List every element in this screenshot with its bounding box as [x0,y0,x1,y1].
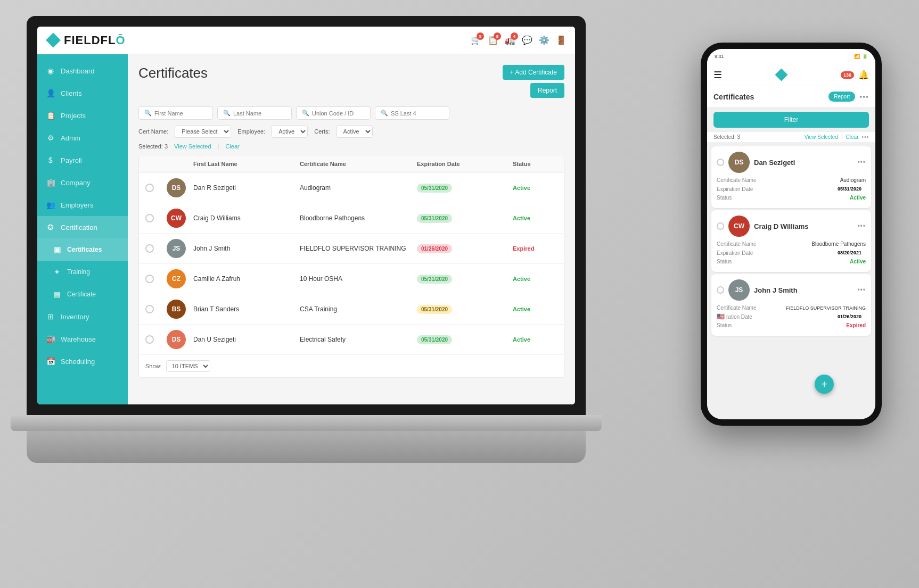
last-name-input[interactable] [233,110,286,117]
row-cert-1: Audiogram [300,184,417,192]
row-status-3: Expired [513,245,564,252]
table-row: DS Dan R Sezigeti Audiogram 05/31/2020 A… [139,173,564,203]
phone-menu-icon[interactable]: ☰ [713,69,722,81]
settings-icon[interactable]: ⚙️ [539,35,549,45]
page-title: Certificates [138,65,208,81]
truck-icon[interactable]: 🚛 4 [505,35,515,45]
row-radio-5[interactable] [145,305,154,313]
sidebar-item-scheduling[interactable]: 📅 Scheduling [37,350,128,372]
sidebar-item-employers[interactable]: 👥 Employers [37,194,128,216]
first-name-input[interactable] [154,110,207,117]
row-radio-2[interactable] [145,214,154,222]
phone-exp-value-2: 08/20/2021 [833,249,866,256]
col-exp-header: Expiration Date [417,161,513,167]
row-name-4: Camille A Zafruh [193,275,300,283]
view-selected-link[interactable]: View Selected [174,143,211,150]
chat-icon[interactable]: 💬 [522,35,532,45]
sidebar-item-company[interactable]: 🏢 Company [37,171,128,194]
phone-cert-value-3: FIELDFLO SUPERVISOR TRAINING [786,305,866,311]
phone-cert-value-1: Audiogram [840,177,866,183]
row-radio-6[interactable] [145,335,154,344]
ss-last4-input[interactable] [391,110,444,117]
certs-select[interactable]: Active [337,125,373,138]
row-radio-4[interactable] [145,275,154,283]
employee-select[interactable]: Active [272,125,308,138]
sidebar-label-scheduling: Scheduling [61,358,95,366]
topbar-icons: 🛒 9 📋 8 🚛 4 💬 [471,35,567,45]
avatar-2: CW [167,209,186,228]
phone-fab-add[interactable]: + [815,375,834,394]
col-name-header: First Last Name [193,161,300,167]
ss-last4-search[interactable]: 🔍 [375,106,449,120]
sidebar-item-warehouse[interactable]: 🏭 Warehouse [37,328,128,350]
sidebar-item-dashboard[interactable]: ◉ Dashboard [37,60,128,82]
phone-cert-label-3: Certificate Name [717,305,756,311]
sidebar-item-projects[interactable]: 📋 Projects [37,104,128,127]
sidebar-item-certification[interactable]: ✪ Certification [37,216,128,238]
sidebar-item-payroll[interactable]: $ Payroll [37,149,128,171]
sidebar-label-certificate: Certificate [67,291,96,298]
phone-radio-1[interactable] [717,159,724,166]
row-radio-1[interactable] [145,184,154,192]
phone-row-more-icon[interactable]: ••• [861,134,869,140]
row-name-6: Dan U Sezigeti [193,336,300,343]
sidebar-item-certificates[interactable]: ▣ Certificates [37,238,128,261]
report-button[interactable]: Report [530,83,564,98]
phone-status-value-1: Active [850,195,866,201]
sidebar-label-payroll: Payroll [61,156,82,164]
phone-cards-list: DS Dan Sezigeti ••• Certificate Name Aud… [707,144,875,419]
phone-filter-button[interactable]: Filter [713,112,869,128]
sidebar-item-admin[interactable]: ⚙ Admin [37,127,128,149]
phone-radio-3[interactable] [717,286,724,294]
sidebar-item-training[interactable]: ✦ Training [37,261,128,283]
clear-link[interactable]: Clear [225,143,239,150]
avatar-4: CZ [167,269,186,288]
sidebar-item-clients[interactable]: 👤 Clients [37,82,128,104]
logout-icon[interactable]: 🚪 [556,35,567,45]
phone-radio-2[interactable] [717,222,724,230]
topbar: FIELDFLŌ 🛒 9 📋 8 🚛 [37,27,575,54]
certificates-table: First Last Name Certificate Name Expirat… [138,155,564,378]
phone-logo-icon [775,69,787,81]
clients-icon: 👤 [46,88,55,98]
inventory-icon: ⊞ [46,312,55,321]
phone-battery-icon: 🔋 [862,54,868,59]
notification-icon-1[interactable]: 🛒 9 [471,35,481,45]
phone-status-label-1: Status [717,195,732,201]
cert-name-select[interactable]: Please Select [175,125,231,138]
row-cert-6: Electrical Safety [300,336,417,343]
sidebar-item-inventory[interactable]: ⊞ Inventory [37,305,128,328]
last-name-search[interactable]: 🔍 [217,106,292,120]
phone-name-2: Craig D Williams [754,222,808,230]
notification-icon-2[interactable]: 📋 8 [488,35,498,45]
company-icon: 🏢 [46,178,55,187]
table-footer: Show: 10 ITEMS [139,355,564,377]
laptop-screen: FIELDFLŌ 🛒 9 📋 8 🚛 [37,27,575,404]
phone-more-icon[interactable]: ••• [859,93,869,101]
phone-card-more-2[interactable]: ••• [857,222,866,230]
first-name-search[interactable]: 🔍 [138,106,213,120]
phone-cert-label-2: Certificate Name [717,241,756,247]
phone-avatar-2: CW [728,216,750,237]
row-exp-2: 05/31/2020 [417,214,513,223]
add-certificate-button[interactable]: + Add Certificate [503,65,564,80]
phone-card-more-3[interactable]: ••• [857,286,866,294]
union-code-input[interactable] [312,110,365,117]
phone-card-more-1[interactable]: ••• [857,159,866,166]
search-icon-union: 🔍 [302,110,309,117]
phone-bell-icon[interactable]: 🔔 [858,70,869,80]
phone-report-button[interactable]: Report [828,92,855,102]
sidebar-item-certificate[interactable]: ▤ Certificate [37,283,128,305]
phone-clear-link[interactable]: Clear [846,134,859,140]
laptop-bezel: FIELDFLŌ 🛒 9 📋 8 🚛 [27,16,586,415]
row-radio-3[interactable] [145,244,154,253]
phone-status-label-2: Status [717,259,732,264]
content-area: Certificates + Add Certificate Report 🔍 [128,54,575,404]
phone-view-selected[interactable]: View Selected [805,134,838,140]
union-code-search[interactable]: 🔍 [296,106,371,120]
scene: FIELDFLŌ 🛒 9 📋 8 🚛 [0,0,919,588]
phone-notification-badge: 136 [841,71,854,79]
row-cert-5: CSA Training [300,305,417,313]
laptop-foot [27,431,586,463]
show-items-select[interactable]: 10 ITEMS [166,360,210,372]
